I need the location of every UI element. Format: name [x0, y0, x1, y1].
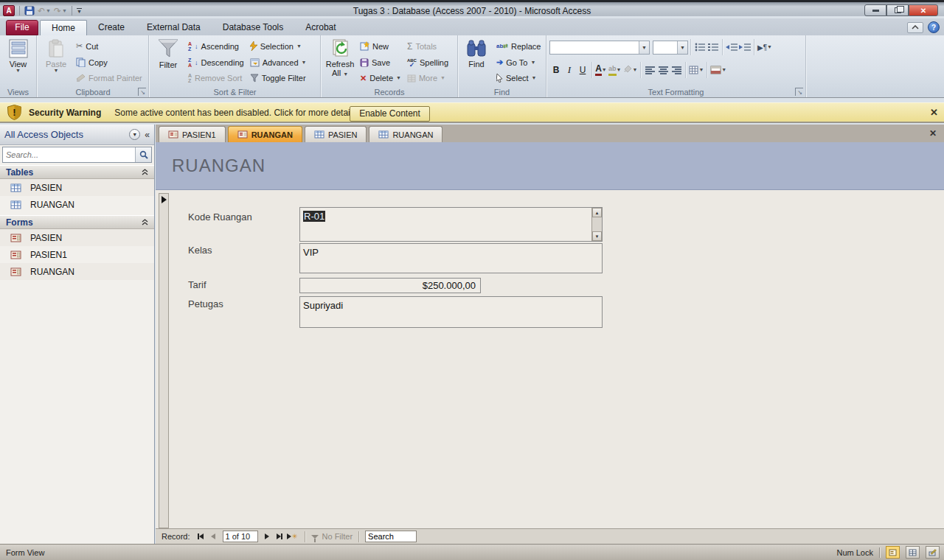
remove-sort-icon: AZ: [188, 73, 192, 83]
new-record-button[interactable]: New: [357, 38, 404, 55]
format-painter-button[interactable]: Format Painter: [73, 70, 145, 86]
nav-search-input[interactable]: [3, 150, 135, 159]
tab-home[interactable]: Home: [40, 20, 87, 35]
design-view-button[interactable]: [926, 546, 940, 559]
find-button[interactable]: Find: [459, 38, 493, 86]
remove-sort-button[interactable]: AZ Remove Sort: [185, 70, 247, 86]
field-petugas[interactable]: Supriyadi: [299, 296, 603, 328]
replace-button[interactable]: ab⇄ Replace: [493, 38, 544, 55]
sidebar-item-form-pasien1[interactable]: PASIEN1: [0, 246, 154, 263]
new-record-button-nav[interactable]: ✳: [286, 531, 299, 542]
datasheet-view-button[interactable]: [906, 546, 920, 559]
restore-icon: [895, 7, 901, 13]
sidebar-item-form-pasien[interactable]: PASIEN: [0, 229, 154, 246]
goto-button[interactable]: ➔ Go To▼: [493, 55, 544, 71]
copy-icon: [76, 57, 86, 67]
forms-group-header[interactable]: Forms: [0, 215, 154, 229]
delete-record-button[interactable]: ✕ Delete▼: [357, 70, 404, 86]
background-color-button[interactable]: ▼: [622, 63, 638, 77]
close-object-button[interactable]: ✕: [929, 128, 937, 139]
toggle-filter-button[interactable]: Toggle Filter: [247, 70, 310, 86]
copy-button[interactable]: Copy: [73, 55, 145, 71]
text-direction-button[interactable]: ▶¶▼: [757, 40, 773, 55]
doc-tab-ruangan-table[interactable]: RUANGAN: [369, 126, 442, 142]
previous-record-button[interactable]: [207, 531, 220, 542]
paste-button[interactable]: Paste ▼: [39, 38, 73, 86]
font-color-button[interactable]: A▼: [594, 63, 608, 77]
increase-indent-button[interactable]: [738, 40, 752, 55]
delete-icon: ✕: [360, 74, 367, 83]
enable-content-button[interactable]: Enable Content: [350, 106, 430, 122]
spelling-button[interactable]: ABC✓ Spelling: [404, 55, 451, 71]
filter-button[interactable]: Filter: [151, 38, 185, 86]
advanced-filter-icon: [250, 58, 260, 67]
scroll-up-button[interactable]: ▲: [592, 208, 602, 217]
search-button[interactable]: [135, 147, 151, 162]
numbering-button[interactable]: [707, 40, 720, 55]
refresh-all-button[interactable]: RefreshAll ▼: [323, 38, 357, 86]
selection-button[interactable]: Selection▼: [247, 38, 310, 55]
restore-button[interactable]: [886, 4, 909, 16]
record-search-input[interactable]: [365, 531, 417, 542]
close-button[interactable]: ✕: [909, 4, 938, 16]
form-view-button[interactable]: [886, 546, 900, 559]
descending-button[interactable]: ZA↓ Descending: [185, 55, 247, 71]
save-record-button[interactable]: Save: [357, 55, 404, 71]
tab-database-tools[interactable]: Database Tools: [212, 20, 295, 35]
alternate-row-color-button[interactable]: ▼: [709, 63, 727, 77]
select-button[interactable]: Select▼: [493, 70, 544, 86]
advanced-button[interactable]: Advanced▼: [247, 55, 310, 71]
record-selector[interactable]: [159, 193, 169, 528]
nav-pane-menu-button[interactable]: ▼: [129, 129, 140, 140]
cut-button[interactable]: ✂Cut: [73, 38, 145, 55]
collapse-pane-button[interactable]: «: [145, 130, 150, 140]
last-record-button[interactable]: [274, 531, 286, 542]
chevron-down-icon: ▼: [343, 71, 348, 77]
font-name-combo[interactable]: ▼: [549, 41, 650, 55]
chevron-down-icon: ▼: [530, 60, 535, 65]
help-button[interactable]: ?: [928, 21, 940, 33]
align-left-button[interactable]: [643, 63, 656, 77]
chevron-down-icon: ▼: [639, 41, 649, 54]
tab-create[interactable]: Create: [87, 20, 136, 35]
minimize-ribbon-button[interactable]: [907, 22, 923, 33]
field-kode-ruangan[interactable]: R-01 ▲ ▼: [299, 207, 603, 242]
font-size-combo[interactable]: ▼: [653, 41, 688, 55]
nav-pane-header[interactable]: All Access Objects ▼ «: [0, 125, 154, 145]
sidebar-item-form-ruangan[interactable]: RUANGAN: [0, 263, 154, 280]
italic-button[interactable]: I: [563, 63, 576, 77]
highlight-color-button[interactable]: ab▼: [608, 63, 622, 77]
form-icon: [10, 267, 21, 276]
underline-button[interactable]: U: [576, 63, 589, 77]
tab-acrobat[interactable]: Acrobat: [294, 20, 347, 35]
filter-state-button[interactable]: No Filter: [311, 532, 353, 541]
align-center-button[interactable]: [656, 63, 670, 77]
sidebar-item-table-pasien[interactable]: PASIEN: [0, 179, 154, 196]
next-record-button[interactable]: [261, 531, 274, 542]
scroll-down-button[interactable]: ▼: [592, 231, 602, 241]
totals-button[interactable]: Σ Totals: [404, 38, 451, 55]
field-tarif[interactable]: $250.000,00: [299, 278, 481, 293]
doc-tab-pasien1-form[interactable]: PASIEN1: [159, 126, 226, 142]
view-button[interactable]: View ▼: [1, 38, 35, 86]
decrease-indent-icon: [726, 43, 738, 52]
bold-button[interactable]: B: [549, 63, 563, 77]
tables-group-header[interactable]: Tables: [0, 165, 154, 179]
doc-tab-pasien-table[interactable]: PASIEN: [305, 126, 367, 142]
sidebar-item-table-ruangan[interactable]: RUANGAN: [0, 196, 154, 213]
decrease-indent-button[interactable]: [725, 40, 738, 55]
field-kelas[interactable]: VIP: [299, 243, 603, 273]
close-security-bar-icon[interactable]: ✕: [930, 107, 938, 118]
search-icon: [139, 150, 148, 159]
record-position-box[interactable]: 1 of 10: [223, 531, 258, 542]
align-right-button[interactable]: [670, 63, 683, 77]
ascending-button[interactable]: AZ↓ Ascending: [185, 38, 247, 55]
tab-file[interactable]: File: [6, 20, 38, 35]
gridlines-button[interactable]: ▼: [688, 63, 704, 77]
bullets-button[interactable]: [693, 40, 707, 55]
minimize-button[interactable]: [864, 4, 886, 16]
first-record-button[interactable]: [195, 531, 207, 542]
tab-external-data[interactable]: External Data: [136, 20, 212, 35]
more-button[interactable]: More▼: [404, 70, 451, 86]
doc-tab-ruangan-form[interactable]: RUANGAN: [228, 126, 302, 142]
